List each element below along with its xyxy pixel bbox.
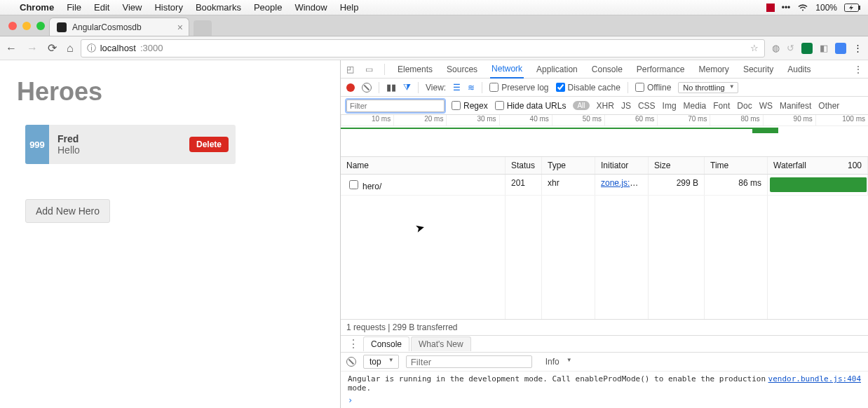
tab-sources[interactable]: Sources [445,61,479,78]
network-filter-input[interactable] [346,100,445,112]
filter-toggle-icon[interactable]: ⧩ [403,82,411,93]
offline-checkbox[interactable]: Offline [635,83,671,93]
filter-other[interactable]: Other [818,101,839,111]
filter-css[interactable]: CSS [638,101,656,111]
ext-icon-1[interactable]: ◍ [772,43,780,53]
filter-manifest[interactable]: Manifest [780,101,811,111]
cell-status: 201 [506,175,542,195]
network-timeline[interactable]: 10 ms 20 ms 30 ms 40 ms 50 ms 60 ms 70 m… [341,115,868,157]
col-initiator[interactable]: Initiator [595,157,649,174]
tab-application[interactable]: Application [535,61,579,78]
mac-menubar: Chrome File Edit View History Bookmarks … [0,0,868,15]
disable-cache-checkbox[interactable]: Disable cache [556,83,621,93]
filter-ws[interactable]: WS [759,101,773,111]
throttling-select[interactable]: No throttling [678,82,738,93]
inspect-icon[interactable]: ◰ [346,64,354,74]
console-level-select[interactable]: Info [539,355,577,369]
url-port: :3000 [140,43,163,53]
minimize-window-icon[interactable] [22,22,31,30]
address-bar[interactable]: ⓘ localhost:3000 ☆ [81,39,765,57]
browser-tabstrip: AngularCosmosdb × [0,15,868,36]
cell-waterfall [768,175,868,195]
console-clear-icon[interactable] [346,357,356,367]
menu-edit[interactable]: Edit [94,2,109,13]
menubar-app[interactable]: Chrome [20,2,54,13]
filter-font[interactable]: Font [713,101,730,111]
menu-file[interactable]: File [67,2,81,13]
view-label: View: [426,83,446,93]
delete-button[interactable]: Delete [189,137,229,152]
screenshot-icon[interactable]: ▮▮ [386,82,396,93]
col-waterfall[interactable]: Waterfall100 [768,157,868,174]
ext-icon-5[interactable] [835,43,846,54]
console-filter-input[interactable] [406,355,532,368]
col-time[interactable]: Time [705,157,768,174]
drawer-tab-whatsnew[interactable]: What's New [411,336,471,351]
zoom-window-icon[interactable] [36,22,45,30]
new-tab-button[interactable] [194,20,212,36]
row-checkbox[interactable] [349,180,358,189]
ext-icon-4[interactable]: ◧ [820,43,828,53]
browser-tab[interactable]: AngularCosmosdb × [49,18,189,36]
device-toggle-icon[interactable]: ▭ [365,64,373,74]
tab-console[interactable]: Console [590,61,624,78]
drawer-tab-console[interactable]: Console [363,336,409,351]
ext-icon-3[interactable] [801,43,813,54]
menu-bookmarks[interactable]: Bookmarks [196,2,241,13]
menu-people[interactable]: People [254,2,282,13]
table-row[interactable]: hero/ 201 xhr zone.js:26… 299 B 86 ms [341,175,868,196]
hero-card[interactable]: 999 Fred Hello Delete [25,125,236,164]
tab-network[interactable]: Network [490,60,524,79]
recording-indicator-icon [766,4,775,12]
back-icon[interactable]: ← [6,42,17,55]
console-prompt[interactable]: › [341,395,868,408]
col-size[interactable]: Size [649,157,705,174]
clear-icon[interactable] [362,83,372,93]
forward-icon[interactable]: → [27,42,38,55]
preserve-log-checkbox[interactable]: Preserve log [489,83,548,93]
site-info-icon[interactable]: ⓘ [87,42,96,55]
menu-help[interactable]: Help [340,2,359,13]
filter-img[interactable]: Img [663,101,677,111]
tab-elements[interactable]: Elements [396,61,434,78]
browser-toolbar: ← → ⟳ ⌂ ⓘ localhost:3000 ☆ ◍ ↺ ◧ ⋮ [0,36,868,60]
close-window-icon[interactable] [8,22,17,30]
filter-media[interactable]: Media [684,101,707,111]
console-message-source[interactable]: vendor.bundle.js:404 [768,374,861,393]
console-context-select[interactable]: top [363,355,399,369]
ext-icon-2[interactable]: ↺ [787,43,794,53]
filter-doc[interactable]: Doc [737,101,752,111]
cell-initiator[interactable]: zone.js:26… [595,175,649,195]
menu-window[interactable]: Window [294,2,327,13]
tab-title: AngularCosmosdb [72,22,142,32]
regex-checkbox[interactable]: Regex [452,101,488,111]
home-icon[interactable]: ⌂ [67,42,74,55]
battery-icon [844,4,861,12]
record-icon[interactable] [346,83,355,92]
tab-memory[interactable]: Memory [698,61,731,78]
wifi-icon[interactable] [797,4,808,12]
filter-js[interactable]: JS [621,101,631,111]
col-status[interactable]: Status [506,157,542,174]
bookmark-star-icon[interactable]: ☆ [750,43,759,53]
devtools-menu-icon[interactable]: ⋮ [854,64,862,74]
tab-performance[interactable]: Performance [635,61,686,78]
tab-close-icon[interactable]: × [177,22,183,33]
hide-data-urls-checkbox[interactable]: Hide data URLs [495,101,567,111]
col-name[interactable]: Name [341,157,506,174]
chrome-menu-icon[interactable]: ⋮ [853,43,862,53]
tab-audits[interactable]: Audits [786,61,812,78]
menu-history[interactable]: History [154,2,182,13]
menu-view[interactable]: View [122,2,142,13]
tab-security[interactable]: Security [742,61,775,78]
add-hero-button[interactable]: Add New Hero [25,199,110,223]
filter-all[interactable]: All [573,101,589,110]
drawer-menu-icon[interactable]: ⋮ [345,337,362,351]
page-title: Heroes [17,77,323,107]
large-rows-icon[interactable]: ☰ [453,83,461,93]
filter-xhr[interactable]: XHR [597,101,614,111]
app-page: Heroes 999 Fred Hello Delete Add New Her… [0,60,340,408]
overview-icon[interactable]: ≋ [468,83,475,93]
col-type[interactable]: Type [542,157,595,174]
reload-icon[interactable]: ⟳ [48,41,57,55]
